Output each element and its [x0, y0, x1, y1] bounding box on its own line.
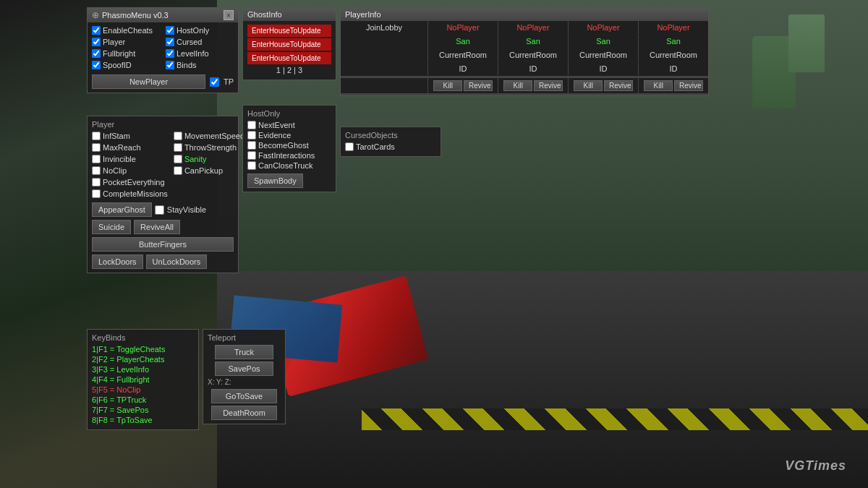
tarot-cards-checkbox[interactable] — [345, 142, 354, 151]
can-pickup-checkbox[interactable] — [174, 166, 182, 175]
spoof-id-row: SpoofID — [92, 61, 160, 69]
save-pos-button[interactable]: SavePos — [215, 361, 273, 376]
kill-button-1[interactable]: Kill — [433, 80, 462, 91]
revive-button-1[interactable]: Revive — [464, 80, 493, 91]
butter-fingers-button[interactable]: ButterFingers — [92, 237, 234, 252]
ghost-info-content: EnterHouseToUpdate EnterHouseToUpdate En… — [243, 21, 336, 80]
pocket-everything-label: PocketEverything — [103, 178, 165, 187]
level-info-row: LevelInfo — [166, 49, 234, 58]
complete-missions-checkbox[interactable] — [92, 189, 101, 198]
ghost-info-header[interactable]: GhostInfo — [243, 8, 336, 21]
binds-row: Binds — [166, 61, 234, 69]
become-ghost-label: BecomeGhost — [258, 141, 309, 150]
throw-strength-row: ThrowStrength — [174, 143, 244, 152]
spawn-body-button[interactable]: SpawnBody — [247, 174, 303, 188]
become-ghost-checkbox[interactable] — [247, 141, 256, 150]
current-room-2: CurrentRoom — [498, 48, 568, 61]
spoof-id-checkbox[interactable] — [92, 61, 101, 69]
tp-checkbox[interactable] — [210, 77, 219, 87]
sanity-label: Sanity — [184, 155, 207, 163]
tp-label: TP — [224, 77, 234, 86]
id-2: ID — [498, 62, 568, 75]
phasmo-menu-header[interactable]: ⊕ PhasmoMenu v0.3 × — [88, 8, 238, 22]
unlock-doors-button[interactable]: UnLockDoors — [146, 254, 208, 269]
pocket-everything-checkbox[interactable] — [92, 178, 101, 187]
truck-button[interactable]: Truck — [215, 345, 273, 359]
fast-interactions-checkbox[interactable] — [247, 151, 256, 160]
evidence-row: Evidence — [247, 131, 331, 140]
fullbright-checkbox[interactable] — [92, 49, 101, 58]
coords-label: X: Y: Z: — [208, 378, 281, 386]
max-reach-label: MaxReach — [103, 143, 141, 152]
level-info-checkbox[interactable] — [166, 49, 174, 58]
keybind-3: 3|F3 = LevelInfo — [92, 365, 194, 374]
new-player-button[interactable]: NewPlayer — [92, 74, 205, 89]
invincible-checkbox[interactable] — [92, 155, 101, 163]
kill-button-4[interactable]: Kill — [644, 80, 673, 91]
can-close-truck-label: CanCloseTruck — [258, 161, 312, 170]
movement-speed-checkbox[interactable] — [174, 132, 182, 140]
watermark: VGTimes — [785, 458, 846, 474]
id-4: ID — [639, 62, 708, 75]
host-only-checkbox[interactable] — [166, 26, 174, 35]
id-header — [341, 62, 427, 75]
kill-revive-3: Kill Revive — [569, 78, 638, 93]
cursed-objects-label: CursedObjects — [345, 131, 436, 140]
revive-all-button[interactable]: ReviveAll — [134, 220, 180, 234]
kill-revive-1: Kill Revive — [428, 78, 498, 93]
keybind-7: 7|F7 = SavePos — [92, 406, 194, 414]
enable-cheats-row: EnableCheats — [92, 26, 160, 35]
san-2: San — [498, 35, 568, 48]
fast-interactions-row: FastInteractions — [247, 151, 331, 160]
phasmo-menu-content: EnableCheats HostOnly Player Cursed Full… — [88, 22, 238, 93]
next-event-checkbox[interactable] — [247, 121, 256, 129]
inf-stam-label: InfStam — [103, 132, 130, 140]
fullbright-row: Fullbright — [92, 49, 160, 58]
can-close-truck-checkbox[interactable] — [247, 161, 256, 170]
no-clip-checkbox[interactable] — [92, 166, 101, 175]
keybind-2: 2|F2 = PlayerCheats — [92, 355, 194, 364]
join-lobby-cell[interactable]: JoinLobby — [341, 21, 427, 34]
player-info-panel: PlayerInfo JoinLobby NoPlayer NoPlayer N… — [340, 7, 709, 96]
complete-missions-row: CompleteMissions — [92, 189, 168, 198]
player-row: Player — [92, 38, 160, 46]
player-label: Player — [103, 38, 125, 46]
binds-checkbox[interactable] — [166, 61, 174, 69]
kill-button-2[interactable]: Kill — [503, 80, 532, 91]
can-pickup-row: CanPickup — [174, 166, 244, 175]
ghost-separator: 1 | 2 | 3 — [247, 66, 331, 74]
keybind-6: 6|F6 = TPTruck — [92, 395, 194, 404]
stay-visible-checkbox[interactable] — [155, 205, 164, 215]
cursed-row: Cursed — [166, 38, 234, 46]
stay-visible-label: StayVisible — [167, 205, 206, 214]
fullbright-label: Fullbright — [103, 49, 135, 58]
can-close-truck-row: CanCloseTruck — [247, 161, 331, 170]
death-room-button[interactable]: DeathRoom — [211, 406, 277, 420]
suicide-button[interactable]: Suicide — [92, 220, 131, 234]
player-panel-content: Player InfStam MovementSpeed MaxReach Th… — [88, 116, 238, 273]
enter-house-1[interactable]: EnterHouseToUpdate — [247, 25, 331, 37]
lock-doors-button[interactable]: LockDoors — [92, 254, 143, 269]
evidence-checkbox[interactable] — [247, 131, 256, 140]
max-reach-checkbox[interactable] — [92, 143, 101, 152]
appear-ghost-button[interactable]: AppearGhost — [92, 202, 152, 217]
sanity-checkbox[interactable] — [174, 155, 182, 163]
inf-stam-checkbox[interactable] — [92, 132, 101, 140]
revive-button-2[interactable]: Revive — [534, 80, 563, 91]
go-to-save-button[interactable]: GoToSave — [211, 389, 277, 403]
fast-interactions-label: FastInteractions — [258, 151, 315, 160]
phasmo-menu-close[interactable]: × — [224, 10, 234, 20]
throw-strength-checkbox[interactable] — [174, 143, 182, 152]
enter-house-2[interactable]: EnterHouseToUpdate — [247, 38, 331, 51]
player-info-header[interactable]: PlayerInfo — [341, 8, 708, 21]
cursed-checkbox[interactable] — [166, 38, 174, 46]
kill-button-3[interactable]: Kill — [574, 80, 603, 91]
revive-button-4[interactable]: Revive — [674, 80, 703, 91]
phasmo-menu-title-bar: ⊕ PhasmoMenu v0.3 — [92, 10, 169, 20]
player-checkbox[interactable] — [92, 38, 101, 46]
enter-house-3[interactable]: EnterHouseToUpdate — [247, 52, 331, 64]
revive-button-3[interactable]: Revive — [604, 80, 633, 91]
ghost-info-panel: GhostInfo EnterHouseToUpdate EnterHouseT… — [242, 7, 336, 80]
teleport-content: Teleport Truck SavePos X: Y: Z: GoToSave… — [203, 330, 285, 424]
enable-cheats-checkbox[interactable] — [92, 26, 101, 35]
